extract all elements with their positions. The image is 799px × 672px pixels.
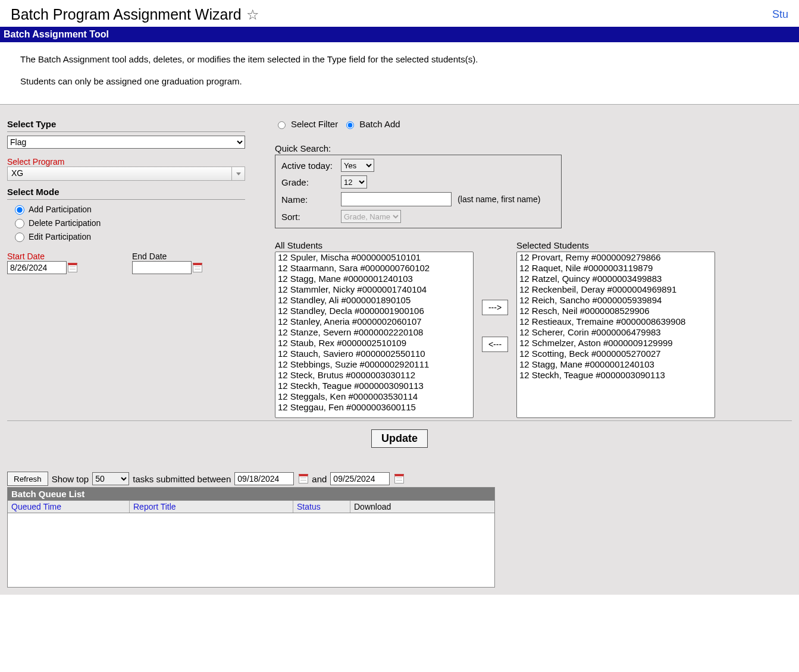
- list-item[interactable]: 12 Staarmann, Sara #0000000760102: [275, 263, 473, 274]
- grade-select[interactable]: 12: [341, 175, 367, 189]
- list-item[interactable]: 12 Schmelzer, Aston #0000009129999: [517, 338, 715, 348]
- intro-line2: Students can only be assigned one gradua…: [20, 76, 779, 86]
- list-item[interactable]: 12 Resch, Neil #0000008529906: [517, 306, 715, 316]
- mode-add-label: Add Participation: [29, 205, 92, 214]
- list-item[interactable]: 12 Steggals, Ken #0000003530114: [275, 391, 473, 402]
- refresh-button[interactable]: Refresh: [7, 472, 48, 486]
- select-program-label: Select Program: [7, 157, 245, 167]
- batch-add-label: Batch Add: [359, 119, 400, 129]
- all-students-label: All Students: [275, 240, 474, 250]
- list-item[interactable]: 12 Stebbings, Suzie #0000002920111: [275, 359, 473, 370]
- select-program-dropdown-button[interactable]: [232, 167, 245, 181]
- sort-label: Sort:: [281, 212, 341, 222]
- calendar-icon[interactable]: [299, 474, 308, 483]
- download-header: Download: [350, 501, 494, 513]
- batch-add-radio[interactable]: [346, 121, 354, 129]
- list-item[interactable]: 12 Ratzel, Quincy #0000003499883: [517, 274, 715, 284]
- list-item[interactable]: 12 Steck, Brutus #0000003030112: [275, 370, 473, 381]
- list-item[interactable]: 12 Raquet, Nile #0000003119879: [517, 263, 715, 274]
- select-type-dropdown[interactable]: Flag: [7, 136, 245, 149]
- list-item[interactable]: 12 Provart, Remy #0000009279866: [517, 252, 715, 263]
- mode-edit-label: Edit Participation: [29, 232, 91, 241]
- list-item[interactable]: 12 Steckh, Teague #0000003090113: [517, 370, 715, 381]
- list-item[interactable]: 12 Stagg, Mane #0000001240103: [275, 274, 473, 284]
- showtop-select[interactable]: 50: [92, 472, 129, 485]
- name-hint: (last name, first name): [458, 194, 540, 204]
- mode-delete-radio[interactable]: [15, 219, 24, 228]
- select-mode-label: Select Mode: [7, 187, 245, 197]
- queue-date-to-input[interactable]: [330, 472, 390, 485]
- section-bar: Batch Assignment Tool: [0, 27, 799, 42]
- queue-list-title: Batch Queue List: [8, 488, 494, 500]
- divider: [7, 199, 245, 200]
- start-date-input[interactable]: [7, 261, 67, 274]
- and-text: and: [312, 474, 327, 484]
- move-right-button[interactable]: --->: [482, 300, 508, 315]
- queued-time-header[interactable]: Queued Time: [8, 501, 130, 513]
- intro-line1: The Batch Assignment tool adds, deletes,…: [20, 54, 779, 64]
- all-students-list[interactable]: 12 Spuler, Mischa #000000051010112 Staar…: [275, 252, 474, 418]
- active-today-select[interactable]: Yes: [341, 159, 374, 172]
- end-date-input[interactable]: [132, 261, 192, 274]
- list-item[interactable]: 12 Reich, Sancho #0000005939894: [517, 295, 715, 306]
- grade-label: Grade:: [281, 177, 341, 187]
- mode-add-radio[interactable]: [15, 205, 24, 215]
- list-item[interactable]: 12 Staub, Rex #0000002510109: [275, 338, 473, 348]
- mode-delete-label: Delete Participation: [29, 218, 101, 228]
- chevron-down-icon: [236, 172, 241, 175]
- quick-search-title: Quick Search:: [275, 143, 792, 153]
- selected-students-label: Selected Students: [516, 240, 715, 250]
- queue-header-row: Queued Time Report Title Status Download: [8, 500, 494, 513]
- divider: [7, 131, 245, 132]
- list-item[interactable]: 12 Scherer, Corin #0000006479983: [517, 327, 715, 338]
- list-item[interactable]: 12 Stagg, Mane #0000001240103: [517, 359, 715, 370]
- calendar-icon[interactable]: [394, 474, 404, 483]
- select-filter-label: Select Filter: [291, 119, 338, 129]
- mode-edit-radio[interactable]: [15, 233, 24, 242]
- report-title-header[interactable]: Report Title: [130, 501, 293, 513]
- select-program-field[interactable]: XG: [7, 167, 232, 181]
- sort-select: Grade, Name: [341, 210, 401, 223]
- select-type-label: Select Type: [7, 119, 245, 129]
- list-item[interactable]: 12 Steckh, Teague #0000003090113: [275, 381, 473, 391]
- queue-date-from-input[interactable]: [234, 472, 294, 485]
- list-item[interactable]: 12 Steggau, Fen #0000003600115: [275, 402, 473, 413]
- list-item[interactable]: 12 Restieaux, Tremaine #0000008639908: [517, 316, 715, 327]
- queue-body: [8, 513, 494, 587]
- list-item[interactable]: 12 Standley, Decla #0000001900106: [275, 306, 473, 316]
- end-date-label: End Date: [132, 252, 227, 261]
- between-text: tasks submitted between: [133, 474, 231, 484]
- update-button[interactable]: Update: [371, 429, 428, 448]
- favorite-star-icon[interactable]: ☆: [246, 7, 259, 23]
- name-label: Name:: [281, 194, 341, 205]
- page-title-text: Batch Program Assignment Wizard: [11, 6, 242, 23]
- list-item[interactable]: 12 Standley, Ali #0000001890105: [275, 295, 473, 306]
- queue-table: Batch Queue List Queued Time Report Titl…: [7, 487, 495, 588]
- move-left-button[interactable]: <---: [482, 337, 508, 352]
- selected-students-list[interactable]: 12 Provart, Remy #000000927986612 Raquet…: [516, 252, 715, 418]
- calendar-icon[interactable]: [68, 263, 77, 272]
- calendar-icon[interactable]: [193, 263, 202, 272]
- list-item[interactable]: 12 Stanley, Aneria #0000002060107: [275, 316, 473, 327]
- list-item[interactable]: 12 Spuler, Mischa #0000000510101: [275, 252, 473, 263]
- top-right-link[interactable]: Stu: [772, 8, 788, 21]
- list-item[interactable]: 12 Reckenbeil, Deray #0000004969891: [517, 284, 715, 295]
- status-header[interactable]: Status: [293, 501, 350, 513]
- list-item[interactable]: 12 Scotting, Beck #0000005270027: [517, 348, 715, 359]
- active-today-label: Active today:: [281, 161, 341, 171]
- start-date-label: Start Date: [7, 252, 102, 261]
- quick-search-box: Active today: Yes Grade: 12 Name:: [275, 155, 562, 228]
- showtop-text: Show top: [52, 474, 89, 484]
- select-filter-radio[interactable]: [278, 121, 286, 129]
- list-item[interactable]: 12 Stanze, Severn #0000002220108: [275, 327, 473, 338]
- list-item[interactable]: 12 Stauch, Saviero #0000002550110: [275, 348, 473, 359]
- name-input[interactable]: [341, 192, 452, 206]
- page-title: Batch Program Assignment Wizard ☆: [11, 6, 259, 23]
- list-item[interactable]: 12 Stammler, Nicky #0000001740104: [275, 284, 473, 295]
